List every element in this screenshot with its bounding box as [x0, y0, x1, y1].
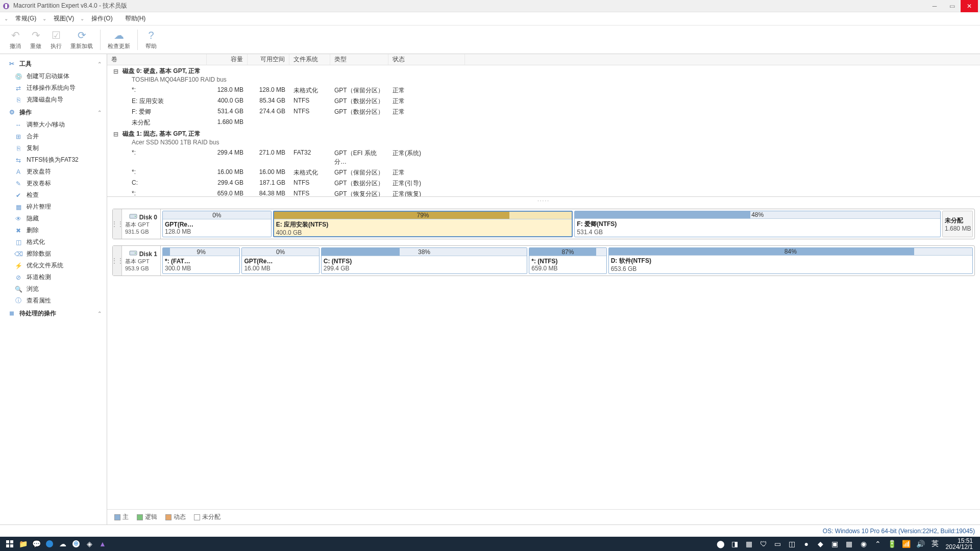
- sidebar-section-ops[interactable]: ⚙操作 ⌃: [0, 106, 107, 119]
- sidebar-op-item[interactable]: ✖删除: [0, 224, 107, 236]
- sidebar-op-item[interactable]: A更改盘符: [0, 166, 107, 178]
- tray-icon[interactable]: ◫: [786, 537, 799, 550]
- tray-icon[interactable]: ▦: [743, 537, 756, 550]
- sidebar-op-item[interactable]: ⊘坏道检测: [0, 271, 107, 283]
- app-icon[interactable]: ◈: [83, 537, 96, 550]
- volume-row[interactable]: C:299.4 GB187.1 GBNTFSGPT（数据分区）正常(引导): [107, 178, 980, 189]
- tray-icon[interactable]: ▭: [771, 537, 785, 550]
- cloud-icon[interactable]: ☁: [56, 537, 69, 550]
- partition-block[interactable]: 48%F: 爱卿(NTFS)531.4 GB: [574, 211, 941, 237]
- sidebar-section-pending[interactable]: ≣待处理的操作 ⌃: [0, 307, 107, 320]
- sidebar-tool-item[interactable]: 💿创建可启动媒体: [0, 70, 107, 82]
- volume-row[interactable]: *:128.0 MB128.0 MB未格式化GPT（保留分区）正常: [107, 85, 980, 96]
- menu-help[interactable]: 帮助(H): [122, 13, 149, 24]
- partition-block[interactable]: 9%*: (FAT…300.0 MB: [162, 247, 240, 274]
- edge-icon[interactable]: [43, 537, 56, 550]
- partition-block[interactable]: 84%D: 软件(NTFS)653.6 GB: [608, 247, 973, 274]
- partition-block[interactable]: 38%C: (NTFS)299.4 GB: [321, 247, 527, 274]
- disk-handle[interactable]: ⋮⋮: [113, 209, 122, 239]
- sidebar-op-item[interactable]: ⇆NTFS转换为FAT32: [0, 154, 107, 166]
- tool-icon: 💿: [14, 72, 22, 81]
- disk-label[interactable]: Disk 0 基本 GPT 931.5 GB: [122, 209, 161, 239]
- wifi-icon[interactable]: 📶: [900, 537, 913, 550]
- partition-block[interactable]: 79%E: 应用安装(NTFS)400.0 GB: [273, 211, 573, 237]
- chevron-down-icon: ⌄: [80, 16, 84, 21]
- sidebar-op-item[interactable]: ⚡优化文件系统: [0, 260, 107, 271]
- sidebar-op-item[interactable]: ↔调整大小/移动: [0, 119, 107, 131]
- volume-row[interactable]: *:16.00 MB16.00 MB未格式化GPT（保留分区）正常: [107, 167, 980, 178]
- volume-row[interactable]: *:659.0 MB84.38 MBNTFSGPT（恢复分区）正常(恢复): [107, 189, 980, 197]
- sidebar-op-item[interactable]: ⓘ查看属性: [0, 295, 107, 307]
- macrorit-icon[interactable]: ▲: [96, 537, 109, 550]
- sidebar-item-label: 迁移操作系统向导: [27, 84, 76, 92]
- tray-icon[interactable]: ◨: [728, 537, 742, 550]
- tray-icon[interactable]: 🛡: [757, 537, 770, 550]
- undo-button[interactable]: ↶撤消: [5, 28, 26, 51]
- minimize-button[interactable]: ─: [926, 0, 943, 12]
- baidu-disk-icon[interactable]: ⊕: [69, 537, 83, 550]
- partition-block[interactable]: 0%GPT(Re…16.00 MB: [241, 247, 319, 274]
- sidebar-op-item[interactable]: ⊞合并: [0, 131, 107, 142]
- execute-button[interactable]: ☑执行: [46, 28, 66, 51]
- battery-icon[interactable]: 🔋: [886, 537, 899, 550]
- tray-icon[interactable]: ⬤: [714, 537, 727, 550]
- sidebar-op-item[interactable]: ⎘复制: [0, 142, 107, 154]
- disk-handle[interactable]: ⋮⋮: [113, 246, 122, 276]
- volume-row[interactable]: E: 应用安装400.0 GB85.34 GBNTFSGPT（数据分区）正常: [107, 96, 980, 107]
- tray-icon[interactable]: ●: [800, 537, 813, 550]
- close-button[interactable]: ✕: [961, 0, 978, 12]
- op-icon: ⓘ: [14, 297, 22, 305]
- disk-label[interactable]: Disk 1 基本 GPT 953.9 GB: [122, 246, 161, 276]
- sidebar-op-item[interactable]: 👁隐藏: [0, 213, 107, 224]
- taskbar-clock[interactable]: 15:51 2024/12/1: [942, 538, 977, 550]
- col-filesystem[interactable]: 文件系统: [289, 54, 330, 65]
- splitter[interactable]: ·····: [107, 197, 980, 205]
- legend-unalloc-box: [194, 514, 200, 520]
- volume-row[interactable]: *:299.4 MB271.0 MBFAT32GPT（EFI 系统分…正常(系统…: [107, 148, 980, 167]
- col-capacity[interactable]: 容量: [207, 54, 248, 65]
- sidebar-op-item[interactable]: 🔍浏览: [0, 283, 107, 295]
- sidebar-section-tools[interactable]: ✂工具 ⌃: [0, 57, 107, 70]
- reload-button[interactable]: ⟳重新加载: [66, 28, 97, 51]
- sidebar-op-item[interactable]: ✔检查: [0, 189, 107, 201]
- tray-icon[interactable]: ▣: [828, 537, 842, 550]
- help-button[interactable]: ?帮助: [141, 28, 161, 51]
- tray-icon[interactable]: ▦: [843, 537, 856, 550]
- sidebar-tool-item[interactable]: ⇄迁移操作系统向导: [0, 82, 107, 94]
- separator: [137, 30, 138, 50]
- system-tray: ⬤ ◨ ▦ 🛡 ▭ ◫ ● ◆ ▣ ▦ ◉ ⌃ 🔋 📶 🔊 英: [714, 537, 942, 550]
- col-status[interactable]: 状态: [388, 54, 465, 65]
- col-volume[interactable]: 卷: [107, 54, 207, 65]
- col-type[interactable]: 类型: [330, 54, 388, 65]
- disk-header[interactable]: ⊟磁盘 1: 固态, 基本 GPT, 正常: [107, 128, 980, 139]
- titlebar: Macrorit Partition Expert v8.4.0 - 技术员版 …: [0, 0, 980, 12]
- tray-icon[interactable]: ◆: [814, 537, 827, 550]
- menu-view[interactable]: 视图(V): [51, 13, 77, 24]
- sidebar-op-item[interactable]: ▦碎片整理: [0, 201, 107, 213]
- col-free[interactable]: 可用空间: [248, 54, 289, 65]
- partition-unallocated[interactable]: 未分配1.680 MB: [942, 211, 973, 237]
- sidebar-op-item[interactable]: ✎更改卷标: [0, 178, 107, 189]
- tray-icon[interactable]: ◉: [857, 537, 870, 550]
- volume-row[interactable]: 未分配1.680 MB: [107, 117, 980, 128]
- main-pane: 卷 容量 可用空间 文件系统 类型 状态 ⊟磁盘 0: 硬盘, 基本 GPT, …: [107, 54, 980, 524]
- sidebar-tool-item[interactable]: ⎘克隆磁盘向导: [0, 94, 107, 106]
- redo-button[interactable]: ↷重做: [26, 28, 46, 51]
- menu-operation[interactable]: 操作(O): [88, 13, 115, 24]
- check-update-button[interactable]: ☁检查更新: [104, 28, 134, 51]
- sidebar-op-item[interactable]: ◫格式化: [0, 236, 107, 248]
- maximize-button[interactable]: ▭: [943, 0, 961, 12]
- op-icon: ⎘: [14, 144, 22, 153]
- start-button[interactable]: [3, 537, 16, 550]
- sidebar-op-item[interactable]: ⌫擦除数据: [0, 248, 107, 260]
- partition-block[interactable]: 0%GPT(Re…128.0 MB: [162, 211, 272, 237]
- partition-block[interactable]: 87%*: (NTFS)659.0 MB: [529, 247, 606, 274]
- ime-indicator[interactable]: 英: [928, 537, 942, 550]
- menu-general[interactable]: 常规(G): [12, 13, 39, 24]
- volume-icon[interactable]: 🔊: [914, 537, 927, 550]
- explorer-icon[interactable]: 📁: [16, 537, 30, 550]
- wechat-icon[interactable]: 💬: [30, 537, 43, 550]
- tray-chevron-icon[interactable]: ⌃: [871, 537, 885, 550]
- volume-row[interactable]: F: 爱卿531.4 GB274.4 GBNTFSGPT（数据分区）正常: [107, 107, 980, 117]
- disk-header[interactable]: ⊟磁盘 0: 硬盘, 基本 GPT, 正常: [107, 65, 980, 76]
